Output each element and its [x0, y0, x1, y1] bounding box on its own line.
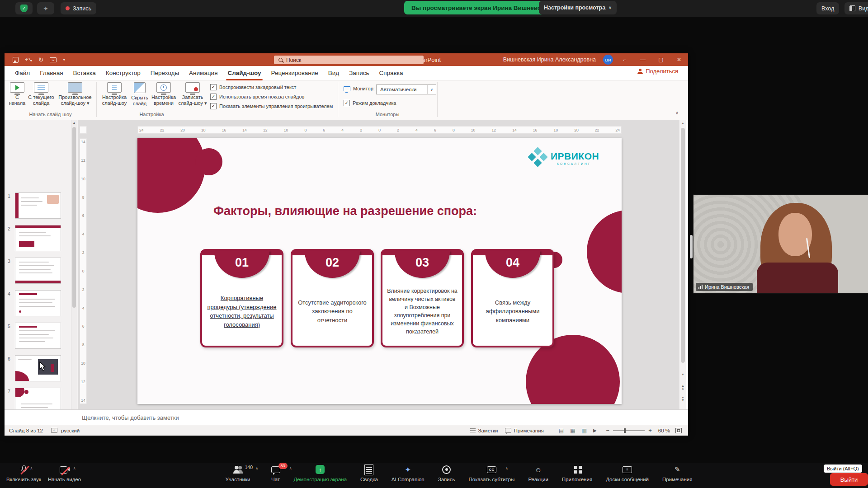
captions-chevron-icon[interactable]: ∧	[505, 466, 508, 470]
undo-icon[interactable]: ↶▾	[25, 56, 32, 63]
view-layout-button[interactable]: Вид	[844, 2, 868, 14]
slide-thumbnail-6[interactable]	[15, 355, 61, 381]
slide-canvas[interactable]: ИРВИКОН КОНСАЛТИНГ Факторы, влияющие на …	[137, 138, 622, 404]
slide-indicator[interactable]: Слайд 8 из 12	[9, 428, 43, 433]
ai-sparkle-button[interactable]: ✦	[37, 2, 54, 14]
tab-review[interactable]: Рецензирование	[266, 66, 323, 80]
slide-thumbnail-3[interactable]	[15, 258, 61, 284]
checkbox-show-controls[interactable]: ✓ Показать элементы управления проигрыва…	[210, 103, 333, 109]
setup-slideshow-button[interactable]: Настройкаслайд-шоу	[100, 82, 128, 106]
ribbon-display-options-icon[interactable]: ⌐	[616, 53, 634, 66]
custom-slideshow-button[interactable]: Произвольноеслайд-шоу ▾	[56, 82, 94, 106]
webcam-drag-handle[interactable]	[690, 235, 693, 258]
share-button[interactable]: Поделиться	[637, 68, 678, 75]
thumbnail-scrollbar[interactable]: ▲	[71, 120, 77, 425]
zoom-slider-knob[interactable]	[624, 428, 626, 433]
slideshow-quick-icon[interactable]: ▸	[50, 57, 57, 62]
save-icon[interactable]	[13, 57, 19, 63]
factor-card-4[interactable]: 04 Связь между аффилированными компаниям…	[471, 249, 554, 347]
recording-indicator[interactable]: Запись	[61, 2, 96, 14]
record-slideshow-button[interactable]: Записатьслайд-шоу ▾	[178, 82, 207, 106]
slide-thumbnail-4[interactable]	[15, 290, 61, 316]
zoom-slider[interactable]	[613, 430, 645, 431]
redo-icon[interactable]: ↻	[38, 56, 44, 63]
mic-options-chevron-icon[interactable]: ∧	[30, 466, 33, 470]
slide-title[interactable]: Факторы, влияющие на разрешение спора:	[213, 204, 503, 218]
record-button[interactable]: Запись	[438, 465, 455, 482]
annotate-button[interactable]: ✎ Примечания	[662, 465, 692, 482]
tab-slideshow[interactable]: Слайд-шоу	[222, 66, 266, 80]
search-input[interactable]: Поиск	[274, 56, 424, 64]
start-video-button[interactable]: ∧ Начать видео	[48, 465, 81, 482]
notes-pane[interactable]: Щелкните, чтобы добавить заметки	[5, 409, 688, 425]
captions-button[interactable]: CC ∧ Показать субтитры	[468, 465, 514, 482]
customize-qat-icon[interactable]: ▾	[63, 58, 65, 62]
scroll-up-icon[interactable]: ▲	[71, 121, 77, 124]
scrollbar-thumb[interactable]	[681, 128, 685, 363]
slide-thumbnail-5[interactable]	[15, 323, 61, 349]
webcam-video[interactable]: Ирина Вишневская	[693, 195, 868, 293]
slideshow-view-icon[interactable]: ▶	[593, 428, 597, 433]
previous-slide-button[interactable]: ▲▲	[679, 385, 686, 390]
participants-button[interactable]: 140 ∧ Участники	[226, 465, 250, 482]
tab-transitions[interactable]: Переходы	[146, 66, 184, 80]
slide-thumbnail-2[interactable]	[15, 225, 61, 251]
video-options-chevron-icon[interactable]: ∧	[73, 466, 76, 470]
notes-toggle[interactable]: Заметки	[470, 428, 498, 433]
notes-placeholder[interactable]: Щелкните, чтобы добавить заметки	[82, 414, 179, 421]
tab-help[interactable]: Справка	[374, 66, 408, 80]
chat-button[interactable]: 83 ∧ Чат	[271, 465, 280, 482]
security-button[interactable]: ✓	[15, 2, 33, 14]
slide-thumbnail-1[interactable]	[15, 192, 61, 219]
reading-view-icon[interactable]: ▥	[582, 427, 587, 434]
factor-card-1[interactable]: 01 Корпоративные процедуры (утверждение …	[200, 249, 283, 347]
avatar[interactable]: ВИ	[603, 55, 613, 65]
leave-button[interactable]: Выйти	[830, 473, 868, 486]
proofing-icon[interactable]: ✓	[51, 428, 57, 433]
chat-chevron-icon[interactable]: ∧	[289, 466, 292, 470]
tab-home[interactable]: Главная	[35, 66, 68, 80]
scroll-up-icon[interactable]: ▲	[679, 122, 686, 125]
language-indicator[interactable]: русский	[61, 428, 80, 433]
checkbox-presenter-view[interactable]: ✓ Режим докладчика	[344, 100, 396, 106]
scrollbar-thumb[interactable]	[72, 127, 76, 308]
fit-to-window-icon[interactable]	[675, 428, 682, 433]
sign-in-button[interactable]: Вход	[816, 2, 839, 14]
apps-button[interactable]: Приложения	[562, 465, 592, 482]
hide-slide-button[interactable]: Скрытьслайд	[130, 82, 149, 106]
collapse-ribbon-icon[interactable]: ∧	[675, 110, 679, 115]
scroll-down-icon[interactable]: ▼	[679, 373, 686, 376]
tab-insert[interactable]: Вставка	[68, 66, 101, 80]
zoom-out-icon[interactable]: −	[606, 427, 610, 434]
monitor-dropdown[interactable]: Автоматически ∨	[376, 84, 436, 94]
slide-area-scrollbar[interactable]: ▲ ▼ ▲▲ ▼▼	[679, 120, 686, 409]
slide-sorter-icon[interactable]: ▦	[570, 427, 575, 434]
summary-button[interactable]: Сводка	[360, 465, 378, 482]
factor-card-2[interactable]: 02 Отсутствие аудиторского заключения по…	[291, 249, 374, 347]
tab-design[interactable]: Конструктор	[101, 66, 146, 80]
comments-toggle[interactable]: Примечания	[505, 428, 543, 433]
zoom-in-icon[interactable]: +	[648, 427, 652, 434]
from-start-button[interactable]: Сначала	[7, 82, 27, 106]
participants-chevron-icon[interactable]: ∧	[255, 466, 258, 470]
checkbox-play-narration[interactable]: ✓ Воспроизвести закадровый текст	[210, 84, 296, 90]
maximize-button[interactable]: ▢	[652, 53, 670, 66]
factor-card-3[interactable]: 03 Влияние корректировок на величину чис…	[381, 249, 464, 347]
reactions-button[interactable]: ☺ Реакции	[528, 465, 548, 482]
share-screen-button[interactable]: ↑ Демонстрация экрана	[294, 465, 347, 482]
rehearse-timings-button[interactable]: Настройкавремени	[151, 82, 176, 106]
view-settings-button[interactable]: Настройки просмотра ∨	[539, 1, 617, 14]
ai-companion-button[interactable]: ✦ AI Companion	[392, 465, 425, 482]
minimize-button[interactable]: —	[634, 53, 652, 66]
checkbox-use-timings[interactable]: ✓ Использовать время показа слайдов	[210, 94, 304, 100]
tab-animations[interactable]: Анимация	[184, 66, 222, 80]
next-slide-button[interactable]: ▼▼	[679, 396, 686, 402]
zoom-level[interactable]: 60 %	[658, 428, 670, 433]
close-button[interactable]: ✕	[670, 53, 688, 66]
tab-file[interactable]: Файл	[10, 66, 35, 80]
account-name[interactable]: Вишневская Ирина Александровна	[503, 53, 596, 66]
normal-view-icon[interactable]: ▤	[559, 427, 564, 434]
whiteboards-button[interactable]: ≡ Доски сообщений	[606, 465, 649, 482]
from-current-slide-button[interactable]: С текущегослайда	[28, 82, 54, 106]
tab-view[interactable]: Вид	[323, 66, 344, 80]
